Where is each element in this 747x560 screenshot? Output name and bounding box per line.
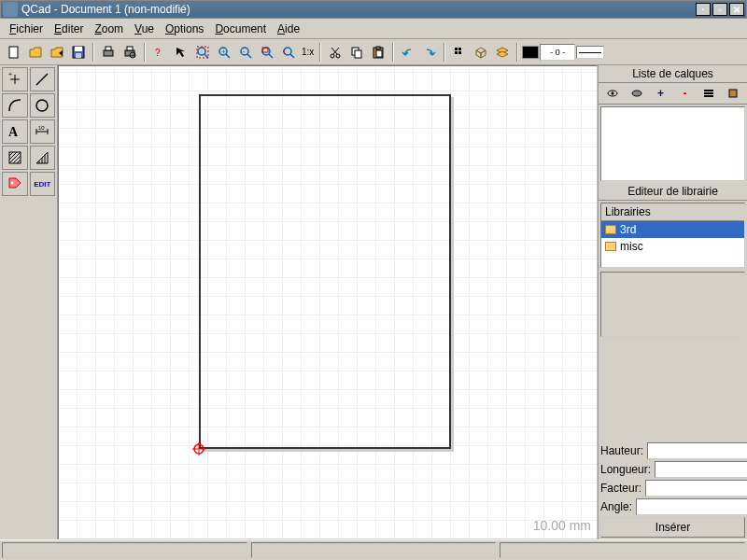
svg-point-27: [331, 54, 334, 58]
drawing-rectangle: [199, 94, 451, 449]
zoom-cursor-button[interactable]: [171, 42, 191, 63]
library-tree-header: Librairies: [601, 203, 744, 221]
circle-tool[interactable]: [30, 93, 56, 118]
factor-input[interactable]: [645, 480, 747, 497]
menu-editer[interactable]: Editer: [50, 21, 87, 37]
dimension-tool[interactable]: 10: [30, 119, 56, 144]
zoom-ratio-label[interactable]: 1:x: [300, 47, 316, 57]
length-input[interactable]: [655, 461, 747, 478]
height-input[interactable]: [647, 442, 747, 459]
window-title: QCad - Document 1 (non-modifié): [21, 3, 696, 16]
arc-tool[interactable]: [2, 93, 28, 118]
minimize-button[interactable]: ·: [696, 3, 711, 16]
zoom-pan-button[interactable]: [278, 42, 299, 63]
library-panel-title: Editeur de librairie: [599, 183, 747, 201]
insert-button[interactable]: Insérer: [600, 517, 745, 538]
svg-line-56: [9, 152, 13, 156]
svg-point-72: [632, 91, 641, 96]
line-tool[interactable]: [30, 67, 56, 91]
svg-rect-36: [455, 48, 458, 50]
status-cell-2: [251, 542, 497, 558]
menu-options[interactable]: Options: [162, 21, 207, 37]
angle-input[interactable]: [636, 498, 747, 515]
layer-remove-icon[interactable]: -: [676, 85, 693, 102]
zoom-window-button[interactable]: [257, 42, 277, 63]
undo-button[interactable]: [398, 42, 418, 63]
menu-document[interactable]: Document: [211, 21, 270, 37]
tag-tool[interactable]: [2, 172, 28, 196]
angle-label: Angle:: [600, 500, 636, 513]
svg-marker-42: [481, 50, 486, 58]
copy-button[interactable]: [346, 42, 367, 63]
redo-button[interactable]: [419, 42, 440, 63]
scale-indicator: 10.00 mm: [533, 518, 591, 533]
svg-rect-0: [9, 47, 18, 58]
zoom-redraw-button[interactable]: ?: [149, 42, 170, 63]
svg-rect-76: [729, 90, 737, 97]
svg-text:-: -: [243, 47, 246, 55]
linetype-dropdown[interactable]: [576, 46, 604, 59]
library-item-misc[interactable]: misc: [601, 238, 744, 255]
maximize-button[interactable]: ▫: [712, 3, 727, 16]
svg-point-13: [198, 48, 205, 55]
new-button[interactable]: [4, 42, 24, 63]
library-item-3rd[interactable]: 3rd: [601, 221, 744, 238]
folder-icon: [605, 242, 616, 251]
layer-freeze-icon[interactable]: [628, 85, 645, 102]
tool-palette: + A 10 EDIT: [0, 65, 58, 539]
paste-button[interactable]: [368, 42, 388, 63]
zoom-auto-button[interactable]: [192, 42, 213, 63]
svg-rect-73: [704, 90, 713, 91]
svg-marker-1: [30, 48, 41, 57]
linewidth-dropdown[interactable]: - 0 -: [540, 44, 575, 61]
svg-rect-35: [376, 47, 380, 49]
drawing-canvas[interactable]: 10.00 mm: [58, 65, 598, 539]
color-swatch[interactable]: [522, 46, 539, 59]
print-button[interactable]: [98, 42, 119, 63]
menu-vue[interactable]: Vue: [131, 21, 158, 37]
3d-view-button[interactable]: [471, 42, 491, 63]
zoom-out-button[interactable]: -: [235, 42, 256, 63]
svg-line-59: [13, 156, 21, 163]
close-button[interactable]: ✕: [729, 3, 744, 16]
layer-edit-icon[interactable]: [700, 85, 717, 102]
point-tool[interactable]: +: [2, 67, 28, 91]
svg-marker-40: [476, 48, 486, 53]
svg-point-49: [36, 100, 48, 111]
text-tool[interactable]: A: [2, 119, 28, 144]
zoom-in-button[interactable]: +: [214, 42, 234, 63]
svg-rect-37: [458, 48, 461, 50]
grid-button[interactable]: [449, 42, 470, 63]
layer-close-icon[interactable]: [725, 85, 741, 102]
layers-list[interactable]: [600, 106, 745, 181]
layers-button[interactable]: [492, 42, 513, 63]
status-cell-3: [500, 542, 745, 558]
cut-button[interactable]: [325, 42, 345, 63]
svg-rect-34: [376, 50, 382, 57]
hatch-tool[interactable]: [2, 146, 28, 170]
layer-visibility-icon[interactable]: [604, 85, 621, 102]
open-button[interactable]: [25, 42, 46, 63]
svg-text:A: A: [8, 125, 19, 139]
factor-label: Facteur:: [600, 482, 645, 495]
edit-tool[interactable]: EDIT: [30, 172, 56, 196]
menu-aide[interactable]: Aide: [274, 21, 303, 37]
print-preview-button[interactable]: [120, 42, 140, 63]
svg-point-22: [262, 48, 270, 55]
app-icon: [3, 2, 18, 17]
svg-line-26: [290, 54, 294, 58]
open-recent-button[interactable]: [47, 42, 67, 63]
svg-point-28: [336, 54, 340, 58]
menu-fichier[interactable]: Fichier: [6, 21, 47, 37]
status-cell-1: [2, 542, 247, 558]
menu-zoom[interactable]: Zoom: [91, 21, 127, 37]
layer-add-icon[interactable]: +: [653, 85, 669, 102]
svg-text:?: ?: [155, 48, 161, 58]
right-panel: Liste de calques + - Editeur de librairi…: [598, 65, 747, 539]
svg-text:+: +: [221, 48, 226, 56]
measure-tool[interactable]: [30, 146, 56, 170]
layers-panel-title: Liste de calques: [599, 65, 747, 83]
svg-line-17: [226, 54, 230, 58]
library-tree[interactable]: Librairies 3rd misc: [600, 203, 745, 268]
save-button[interactable]: [68, 42, 89, 63]
